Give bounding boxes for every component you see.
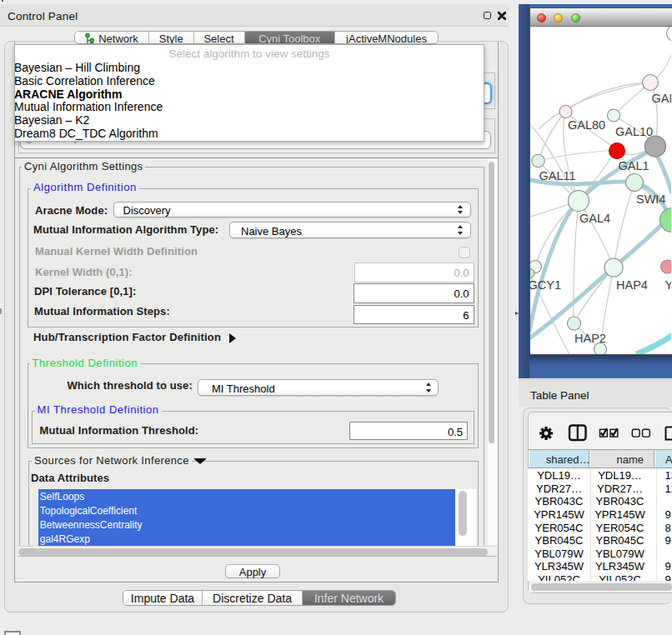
svg-text:GAL1: GAL1 [619, 159, 649, 172]
svg-text:SWI4: SWI4 [636, 192, 665, 206]
svg-text:GAL80: GAL80 [568, 118, 605, 132]
svg-text:HAP4: HAP4 [616, 278, 648, 292]
svg-text:GAL4: GAL4 [579, 212, 610, 225]
svg-text:GAL…: GAL… [652, 92, 672, 105]
svg-text:GCY1: GCY1 [530, 278, 561, 292]
svg-text:GAL10: GAL10 [615, 125, 653, 138]
svg-text:HAP2: HAP2 [574, 332, 606, 345]
svg-text:GAL11: GAL11 [539, 169, 576, 182]
svg-text:Y: Y [665, 278, 672, 292]
